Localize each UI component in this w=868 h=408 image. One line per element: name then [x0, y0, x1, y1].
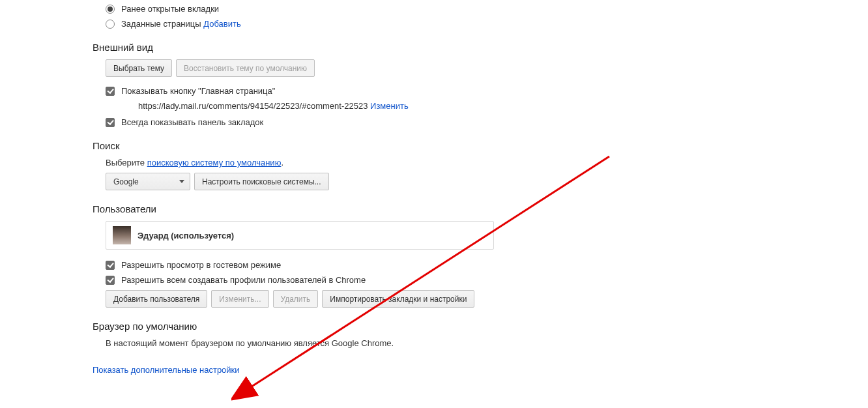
allow-guest-checkbox-row[interactable]: Разрешить просмотр в гостевом режиме	[93, 260, 868, 270]
search-select-label: Выберите	[106, 158, 145, 168]
startup-radio-specific[interactable]: Заданные страницы Добавить	[93, 19, 868, 29]
startup-radio-previous[interactable]: Ранее открытые вкладки	[93, 4, 868, 14]
section-title-users: Пользователи	[93, 203, 868, 214]
section-search: Поиск Выберите поисковую систему по умол…	[93, 140, 868, 190]
section-appearance: Внешний вид Выбрать тему Восстановить те…	[93, 42, 868, 127]
current-user-box[interactable]: Эдуард (используется)	[106, 221, 494, 250]
show-advanced-settings-link[interactable]: Показать дополнительные настройки	[93, 365, 240, 375]
show-home-checkbox-label: Показывать кнопку "Главная страница"	[121, 86, 275, 96]
search-engine-value: Google	[113, 177, 139, 186]
checkbox-icon	[106, 118, 115, 127]
startup-radio-specific-label: Заданные страницы	[121, 19, 201, 29]
section-title-default-browser: Браузер по умолчанию	[93, 321, 868, 332]
startup-radio-previous-label: Ранее открытые вкладки	[121, 4, 219, 14]
import-button[interactable]: Импортировать закладки и настройки	[322, 290, 474, 308]
allow-create-profiles-label: Разрешить всем создавать профили пользов…	[121, 275, 366, 285]
home-url-text: https://lady.mail.ru/comments/94154/2252…	[138, 101, 368, 111]
default-search-engine-link[interactable]: поисковую систему по умолчанию	[147, 158, 282, 168]
avatar	[113, 226, 131, 244]
section-users: Пользователи Эдуард (используется) Разре…	[93, 203, 868, 308]
manage-search-engines-button[interactable]: Настроить поисковые системы...	[194, 173, 329, 190]
search-engine-dropdown[interactable]: Google	[106, 173, 190, 190]
allow-guest-label: Разрешить просмотр в гостевом режиме	[121, 260, 281, 270]
home-url-row: https://lady.mail.ru/comments/94154/2252…	[93, 101, 868, 111]
checkbox-icon	[106, 276, 115, 285]
show-home-checkbox-row[interactable]: Показывать кнопку "Главная страница"	[93, 86, 868, 96]
choose-theme-button[interactable]: Выбрать тему	[106, 59, 172, 77]
radio-icon	[106, 5, 115, 14]
reset-theme-button: Восстановить тему по умолчанию	[176, 59, 315, 77]
current-user-label: Эдуард (используется)	[137, 231, 234, 240]
section-title-appearance: Внешний вид	[93, 42, 868, 53]
radio-icon	[106, 20, 115, 29]
add-user-button[interactable]: Добавить пользователя	[106, 290, 207, 308]
default-browser-status: В настоящий момент браузером по умолчани…	[93, 338, 868, 348]
chevron-down-icon	[179, 180, 184, 183]
delete-user-button: Удалить	[273, 290, 319, 308]
section-title-search: Поиск	[93, 140, 868, 151]
always-show-bookmarks-row[interactable]: Всегда показывать панель закладок	[93, 117, 868, 127]
section-default-browser: Браузер по умолчанию В настоящий момент …	[93, 321, 868, 348]
always-show-bookmarks-label: Всегда показывать панель закладок	[121, 117, 263, 127]
checkbox-icon	[106, 87, 115, 96]
edit-user-button: Изменить...	[211, 290, 268, 308]
settings-content: Ранее открытые вкладки Заданные страницы…	[0, 4, 868, 375]
search-description: Выберите поисковую систему по умолчанию.	[93, 158, 868, 168]
startup-add-link[interactable]: Добавить	[203, 19, 240, 29]
allow-create-profiles-checkbox-row[interactable]: Разрешить всем создавать профили пользов…	[93, 275, 868, 285]
home-url-change-link[interactable]: Изменить	[370, 101, 409, 111]
checkbox-icon	[106, 261, 115, 270]
